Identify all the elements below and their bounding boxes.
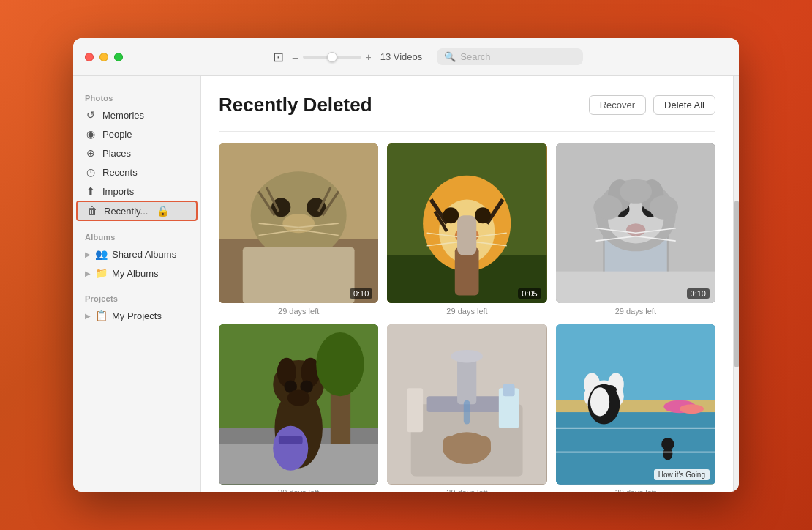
- minimize-button[interactable]: [99, 53, 108, 61]
- svg-point-61: [316, 332, 364, 396]
- sidebar-item-label: Imports: [102, 186, 134, 197]
- body: Photos ↺ Memories ◉ People ⊕ Places ◷ Re…: [73, 76, 739, 492]
- memories-icon: ↺: [85, 109, 97, 121]
- photo-item[interactable]: 29 days left: [219, 324, 378, 492]
- lock-icon: 🔒: [157, 205, 169, 217]
- main-header: Recently Deleted Recover Delete All: [219, 94, 715, 116]
- search-input[interactable]: [460, 51, 576, 62]
- app-window: ⊡ – + 13 Videos 🔍 Photos ↺ Memories: [73, 38, 739, 492]
- svg-point-22: [443, 207, 459, 223]
- photo-thumbnail: 0:05: [387, 143, 546, 303]
- chevron-right-icon: ▶: [85, 269, 91, 277]
- projects-section-title: Projects: [73, 288, 200, 306]
- svg-point-41: [620, 179, 652, 204]
- svg-rect-14: [243, 247, 355, 303]
- sidebar-item-memories[interactable]: ↺ Memories: [73, 105, 200, 124]
- video-count: 13 Videos: [380, 51, 423, 62]
- imports-icon: ⬆: [85, 185, 97, 197]
- toolbar: ⊡ – + 13 Videos 🔍: [129, 48, 727, 65]
- traffic-lights: [85, 53, 123, 61]
- sidebar-item-my-projects[interactable]: ▶ 📋 My Projects: [73, 306, 200, 325]
- svg-rect-69: [443, 436, 491, 456]
- people-icon: ◉: [85, 128, 97, 140]
- sidebar-item-imports[interactable]: ⬆ Imports: [73, 182, 200, 201]
- photo-grid: 0:10 29 days left: [219, 143, 715, 492]
- svg-point-39: [593, 195, 622, 220]
- chevron-right-icon: ▶: [85, 312, 91, 320]
- main-wrapper: Recently Deleted Recover Delete All: [201, 76, 739, 492]
- svg-point-23: [475, 207, 491, 223]
- video-duration: 0:10: [350, 288, 372, 299]
- sidebar-item-recently-deleted[interactable]: 🗑 Recently... 🔒: [76, 201, 198, 221]
- svg-point-84: [680, 404, 704, 414]
- places-icon: ⊕: [85, 147, 97, 159]
- svg-point-66: [451, 350, 484, 362]
- svg-point-82: [590, 388, 609, 417]
- recover-button[interactable]: Recover: [589, 95, 646, 115]
- svg-rect-59: [279, 436, 303, 444]
- photo-thumbnail: [219, 324, 378, 484]
- svg-rect-67: [464, 400, 470, 425]
- photo-item[interactable]: 0:05 29 days left: [387, 143, 546, 316]
- search-box[interactable]: 🔍: [437, 48, 583, 65]
- sidebar-item-label: My Albums: [112, 268, 159, 279]
- photo-caption: 29 days left: [387, 307, 546, 316]
- recents-icon: ◷: [85, 166, 97, 178]
- sidebar-item-label: People: [102, 129, 132, 140]
- zoom-controls: – +: [293, 51, 372, 63]
- zoom-minus[interactable]: –: [293, 51, 298, 63]
- slideshow-icon[interactable]: ⊡: [273, 49, 284, 65]
- titlebar: ⊡ – + 13 Videos 🔍: [73, 38, 739, 76]
- video-duration: 0:10: [687, 288, 710, 299]
- scrollbar[interactable]: [733, 76, 739, 492]
- photo-thumbnail: 0:10: [219, 143, 378, 303]
- photo-item[interactable]: 0:10 29 days left: [219, 143, 378, 316]
- divider: [219, 131, 715, 132]
- header-actions: Recover Delete All: [589, 95, 715, 115]
- scroll-thumb[interactable]: [734, 201, 739, 367]
- close-button[interactable]: [85, 53, 94, 61]
- sidebar-item-label: Places: [102, 148, 131, 159]
- photo-caption: 29 days left: [556, 488, 715, 492]
- photo-caption: 29 days left: [387, 488, 546, 492]
- trash-icon: 🗑: [86, 205, 98, 217]
- albums-section-title: Albums: [73, 227, 200, 245]
- sidebar-item-shared-albums[interactable]: ▶ 👥 Shared Albums: [73, 245, 200, 264]
- svg-point-58: [273, 426, 308, 471]
- svg-rect-30: [457, 215, 476, 255]
- photo-item[interactable]: 29 days left: [387, 324, 546, 492]
- sidebar-item-label: Memories: [102, 110, 144, 121]
- sidebar-item-label: My Projects: [112, 310, 162, 321]
- sidebar: Photos ↺ Memories ◉ People ⊕ Places ◷ Re…: [73, 76, 201, 492]
- sidebar-item-my-albums[interactable]: ▶ 📁 My Albums: [73, 264, 200, 283]
- shared-albums-icon: 👥: [95, 248, 108, 260]
- zoom-slider[interactable]: [303, 56, 361, 59]
- photo-item[interactable]: 0:10 29 days left: [556, 143, 715, 316]
- photo-item[interactable]: How it's Going 29 days left: [556, 324, 715, 492]
- photo-caption: 29 days left: [556, 307, 715, 316]
- fullscreen-button[interactable]: [114, 53, 123, 61]
- page-title: Recently Deleted: [219, 94, 372, 116]
- sidebar-item-places[interactable]: ⊕ Places: [73, 143, 200, 163]
- svg-point-86: [663, 447, 672, 460]
- sidebar-item-people[interactable]: ◉ People: [73, 124, 200, 143]
- photo-thumbnail: [387, 324, 546, 484]
- main-content: Recently Deleted Recover Delete All: [201, 76, 733, 492]
- chevron-right-icon: ▶: [85, 250, 91, 258]
- video-duration: 0:05: [518, 288, 541, 299]
- my-albums-icon: 📁: [95, 267, 108, 279]
- search-icon: 🔍: [444, 51, 456, 62]
- photo-caption: 29 days left: [219, 488, 378, 492]
- svg-point-57: [287, 390, 310, 406]
- photos-section-title: Photos: [73, 88, 200, 105]
- photo-caption: 29 days left: [219, 307, 378, 316]
- svg-point-40: [649, 195, 677, 220]
- my-projects-icon: 📋: [95, 310, 108, 321]
- zoom-plus[interactable]: +: [366, 51, 372, 63]
- svg-rect-65: [457, 357, 476, 404]
- delete-all-button[interactable]: Delete All: [653, 95, 715, 115]
- sidebar-item-label: Recents: [102, 167, 138, 178]
- photo-thumbnail: 0:10: [556, 143, 715, 303]
- sidebar-item-recents[interactable]: ◷ Recents: [73, 163, 200, 182]
- sidebar-item-label: Shared Albums: [112, 249, 176, 260]
